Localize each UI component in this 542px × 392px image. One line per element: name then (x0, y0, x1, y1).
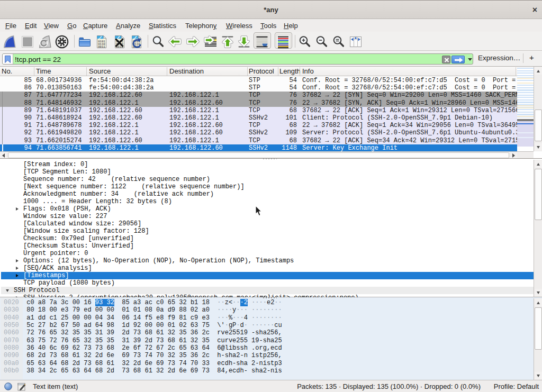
svg-text:0011: 0011 (98, 45, 105, 49)
